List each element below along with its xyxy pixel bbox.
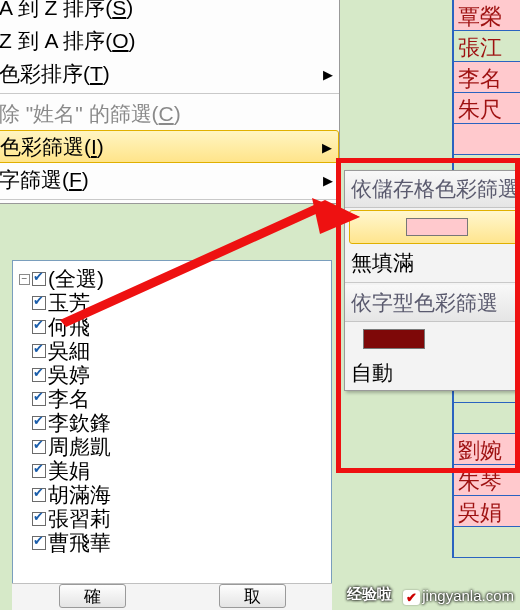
color-filter-submenu: 依儲存格色彩篩選 無填滿 依字型色彩篩選 自動 (344, 170, 520, 391)
menu-label: Z 到 A 排序(O) (0, 27, 136, 55)
submenu-label: 無填滿 (351, 249, 414, 277)
filter-item[interactable]: 吳婷 (17, 363, 327, 387)
menu-color-filter[interactable]: 色彩篩選(I)▶ (0, 130, 339, 163)
sheet-cell[interactable] (454, 124, 520, 155)
ok-button[interactable]: 確 (59, 584, 126, 608)
watermark-check-icon: ✔ (403, 590, 420, 605)
checkbox-icon (32, 344, 46, 358)
sheet-cell[interactable]: 朱琴 (454, 465, 520, 496)
checkbox-icon (32, 368, 46, 382)
menu-sort-color[interactable]: 色彩排序(T)▶ (0, 57, 339, 90)
checkbox-icon (32, 392, 46, 406)
filter-item[interactable]: 胡滿海 (17, 483, 327, 507)
menu-label: A 到 Z 排序(S) (0, 0, 133, 22)
watermark-url: jingyanla.com (422, 587, 514, 604)
checkbox-icon (32, 512, 46, 526)
chevron-right-icon: ▶ (323, 172, 333, 187)
menu-sort-za[interactable]: Z 到 A 排序(O) (0, 24, 339, 57)
filter-item[interactable]: 曹飛華 (17, 531, 327, 555)
submenu-font-color-title: 依字型色彩篩選 (345, 285, 520, 322)
filter-item[interactable]: 李名 (17, 387, 327, 411)
sheet-cell[interactable]: 張江 (454, 31, 520, 62)
menu-label: 色彩排序(T) (0, 60, 110, 88)
menu-sort-az[interactable]: A 到 Z 排序(S) (0, 0, 339, 24)
filter-item[interactable]: 張習莉 (17, 507, 327, 531)
filter-dropdown-menu: A 到 Z 排序(S) Z 到 A 排序(O) 色彩排序(T)▶ 除 "姓名" … (0, 0, 340, 204)
filter-item[interactable]: 美娟 (17, 459, 327, 483)
sheet-cell[interactable] (454, 403, 520, 434)
filter-values-list[interactable]: −(全選)玉芳何飛吳細吳婷李名李欽鋒周彪凱美娟胡滿海張習莉曹飛華 (15, 265, 329, 557)
checkbox-icon (32, 296, 46, 310)
filter-item[interactable]: 玉芳 (17, 291, 327, 315)
submenu-cell-color-title: 依儲存格色彩篩選 (345, 171, 520, 208)
submenu-cell-color-pink[interactable] (349, 210, 520, 244)
submenu-no-fill[interactable]: 無填滿 (345, 246, 520, 280)
sheet-cell[interactable]: 李名 (454, 62, 520, 93)
watermark-brand: 经验啦 (347, 585, 392, 604)
menu-clear-filter[interactable]: 除 "姓名" 的篩選(C) (0, 97, 339, 130)
filter-item[interactable]: 何飛 (17, 315, 327, 339)
cancel-button[interactable]: 取 (219, 584, 286, 608)
filter-values-panel: −(全選)玉芳何飛吳細吳婷李名李欽鋒周彪凱美娟胡滿海張習莉曹飛華 (12, 260, 332, 606)
sheet-cell[interactable] (454, 527, 520, 558)
sheet-cell[interactable]: 吳娟 (454, 496, 520, 527)
collapse-icon: − (19, 274, 30, 285)
menu-text-filter[interactable]: 字篩選(F)▶ (0, 163, 339, 196)
menu-label: 除 "姓名" 的篩選(C) (0, 100, 181, 128)
dialog-button-row: 確 取 (12, 583, 332, 610)
filter-item[interactable]: 周彪凱 (17, 435, 327, 459)
chevron-right-icon: ▶ (323, 66, 333, 81)
submenu-font-color-dark[interactable] (345, 322, 520, 356)
submenu-label: 自動 (351, 359, 393, 387)
checkbox-icon (32, 320, 46, 334)
sheet-cell[interactable]: 劉婉 (454, 434, 520, 465)
checkbox-icon (32, 488, 46, 502)
filter-item[interactable]: 吳細 (17, 339, 327, 363)
checkbox-icon (32, 272, 46, 286)
checkbox-icon (32, 440, 46, 454)
darkred-swatch-icon (363, 329, 425, 349)
separator (345, 282, 520, 283)
menu-label: 字篩選(F) (0, 166, 89, 194)
submenu-auto[interactable]: 自動 (345, 356, 520, 390)
chevron-right-icon: ▶ (322, 139, 332, 154)
menu-label: 色彩篩選(I) (0, 133, 104, 161)
checkbox-icon (32, 464, 46, 478)
separator (0, 93, 339, 94)
filter-item[interactable]: 李欽鋒 (17, 411, 327, 435)
filter-item[interactable]: −(全選) (17, 267, 327, 291)
checkbox-icon (32, 536, 46, 550)
checkbox-icon (32, 416, 46, 430)
filter-item-label: 曹飛華 (48, 529, 111, 557)
sheet-cell[interactable]: 覃榮 (454, 0, 520, 31)
separator (0, 199, 339, 200)
pink-swatch-icon (406, 218, 468, 236)
sheet-cell[interactable]: 朱尺 (454, 93, 520, 124)
